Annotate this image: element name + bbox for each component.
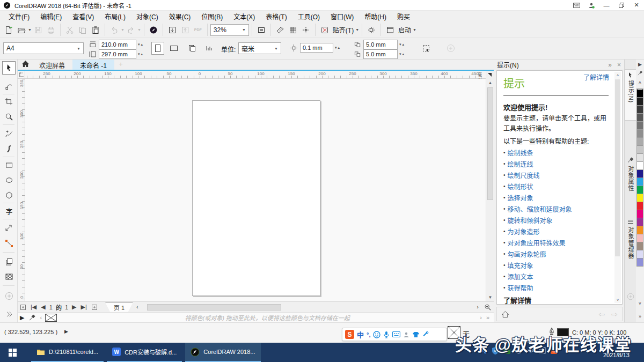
ime-skin-icon[interactable] xyxy=(412,331,420,338)
undo-button[interactable] xyxy=(108,24,121,36)
open-dropdown-icon[interactable]: ▼ xyxy=(28,28,32,32)
taskbar-date[interactable]: 2021/8/13 xyxy=(603,352,630,358)
tips-topic-row[interactable]: • 移动、缩放和延展对象 xyxy=(503,203,611,215)
cut-button[interactable] xyxy=(63,24,76,36)
collapse-left-icon[interactable]: ‹ xyxy=(38,314,44,321)
rectangle-tool[interactable] xyxy=(2,158,16,172)
menu-item[interactable]: 文件(F) xyxy=(3,11,35,22)
tips-topic-row[interactable]: • 绘制形状 xyxy=(503,181,611,192)
taskbar-item-explorer[interactable]: D:\210811\coreld... xyxy=(31,343,104,362)
tips-topic-row[interactable]: • 获得帮助 xyxy=(503,282,611,293)
maximize-button[interactable] xyxy=(614,1,629,10)
ruler-origin-icon[interactable] xyxy=(18,71,25,79)
ruler-options-icon[interactable] xyxy=(486,71,494,79)
search-content-button[interactable] xyxy=(147,24,160,36)
forward-arrow-icon[interactable]: ⇨ xyxy=(611,310,618,319)
tips-topic-row[interactable]: • 添加文本 xyxy=(503,271,611,282)
menu-item[interactable]: 窗口(W) xyxy=(325,11,359,22)
open-document-button[interactable] xyxy=(15,24,28,36)
palette-color-swatch[interactable] xyxy=(636,170,643,178)
tab-welcome-screen[interactable]: 欢迎屏幕 xyxy=(32,60,72,70)
launch-label[interactable]: 启动 xyxy=(398,25,411,34)
import-button[interactable] xyxy=(166,24,179,36)
add-page-start-icon[interactable] xyxy=(18,304,28,311)
docker-scrollbar[interactable]: ˄ ˅ xyxy=(614,72,621,303)
ime-toolbox-icon[interactable] xyxy=(422,331,429,338)
connector-tool[interactable] xyxy=(2,237,16,250)
snap-off-button[interactable] xyxy=(318,24,331,36)
add-page-end-icon[interactable] xyxy=(89,304,100,311)
text-tool[interactable]: 字 xyxy=(2,204,16,218)
print-button[interactable] xyxy=(45,24,57,36)
horizontal-scrollbar[interactable]: ‹ › xyxy=(134,304,481,311)
first-page-icon[interactable]: |◀ xyxy=(28,304,39,311)
duplicate-y-value[interactable]: 5.0 mm xyxy=(363,49,398,59)
redo-button[interactable] xyxy=(125,24,137,36)
palette-color-swatch[interactable] xyxy=(636,242,643,250)
new-document-button[interactable] xyxy=(2,24,15,36)
ime-toolbar[interactable]: S 中 °, xyxy=(342,328,447,341)
pick-tool[interactable] xyxy=(2,61,16,75)
palette-scroll-up-icon[interactable]: ˄ xyxy=(636,79,644,86)
tips-topic-row[interactable]: • 绘制尺度线 xyxy=(503,169,611,181)
fullscreen-preview-button[interactable] xyxy=(255,24,268,36)
palette-color-swatch[interactable] xyxy=(636,202,643,210)
palette-color-swatch[interactable] xyxy=(636,106,643,114)
spinner-icons[interactable]: ▾▴ xyxy=(138,42,143,47)
crop-tool[interactable] xyxy=(2,95,16,108)
palette-color-swatch[interactable] xyxy=(636,130,643,138)
palette-color-swatch[interactable] xyxy=(636,90,643,98)
ellipse-tool[interactable] xyxy=(2,173,16,187)
artistic-media-tool[interactable] xyxy=(2,142,16,156)
ime-emoji-icon[interactable] xyxy=(373,331,380,338)
docker-add-icon[interactable] xyxy=(625,290,636,301)
sogou-logo-icon[interactable]: S xyxy=(345,330,354,339)
launch-dropdown-icon[interactable]: ▼ xyxy=(413,28,416,32)
palette-color-swatch[interactable] xyxy=(636,98,643,106)
page-width-field[interactable]: 210.0 mm ▾▴ xyxy=(89,40,143,49)
units-combo[interactable]: 毫米▼ xyxy=(238,42,281,54)
palette-color-swatch[interactable] xyxy=(636,234,643,242)
docker-collapse-icon[interactable]: » xyxy=(608,61,612,69)
tips-topic-row[interactable]: • 填充对象 xyxy=(503,260,611,271)
polygon-tool[interactable] xyxy=(2,188,16,202)
ime-mode-indicator[interactable]: 中 xyxy=(357,329,364,339)
scroll-up-icon[interactable]: ˄ xyxy=(614,72,621,78)
zoom-level-combo[interactable]: 32%▼ xyxy=(210,24,249,36)
menu-item[interactable]: 文本(X) xyxy=(228,11,260,22)
tab-untitled-document[interactable]: 未命名 -1 xyxy=(72,60,114,70)
copy-button[interactable] xyxy=(76,24,89,36)
application-launcher-icon[interactable] xyxy=(384,24,397,36)
keyboard-icon[interactable] xyxy=(569,1,584,10)
palette-color-swatch[interactable] xyxy=(636,218,643,226)
document-page[interactable] xyxy=(192,100,320,296)
ime-user-icon[interactable] xyxy=(403,331,409,338)
user-account-icon[interactable] xyxy=(584,1,599,10)
scroll-up-icon[interactable]: ▲ xyxy=(486,79,494,87)
dimension-tool[interactable] xyxy=(2,220,16,234)
menu-item[interactable]: 查看(V) xyxy=(67,11,99,22)
tips-topic-row[interactable]: • 绘制线条 xyxy=(503,147,611,158)
status-flyout-icon[interactable]: ▶ xyxy=(64,329,68,334)
palette-color-swatch[interactable] xyxy=(636,114,643,122)
duplicate-x-value[interactable]: 5.0 mm xyxy=(363,40,398,49)
menu-item[interactable]: 帮助(H) xyxy=(359,11,392,22)
scrollbar-thumb[interactable] xyxy=(615,79,620,256)
palette-expand-icon[interactable]: » xyxy=(636,313,644,320)
paste-button[interactable] xyxy=(89,24,102,36)
spinner-icons[interactable]: ▾▴ xyxy=(399,52,404,56)
all-pages-size-button[interactable] xyxy=(186,42,199,55)
transparency-tool[interactable] xyxy=(2,270,16,283)
palette-color-swatch[interactable] xyxy=(636,122,643,130)
palette-color-swatch[interactable] xyxy=(636,194,643,202)
show-rulers-button[interactable] xyxy=(274,24,287,36)
last-page-icon[interactable]: ▶| xyxy=(79,304,89,311)
duplicate-y-field[interactable]: 5.0 mm ▾▴ xyxy=(354,49,404,59)
tips-topic-row[interactable]: • 绘制连线 xyxy=(503,158,611,169)
eyedropper-icon[interactable] xyxy=(26,314,38,321)
docker-tab-tips[interactable]: 提示(N) xyxy=(625,69,636,121)
page-width-value[interactable]: 210.0 mm xyxy=(99,40,136,49)
horizontal-ruler[interactable]: 毫米 2502001501005005010015020025030035040… xyxy=(25,71,486,79)
no-color-swatch[interactable] xyxy=(45,314,57,322)
tips-topic-row[interactable]: • 对对象应用特殊效果 xyxy=(503,237,611,248)
